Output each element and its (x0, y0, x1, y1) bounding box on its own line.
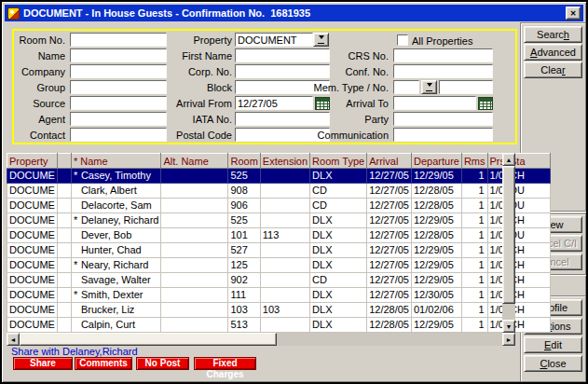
cell-name: Delacorte, Sam (71, 199, 161, 213)
cell-separator (57, 288, 71, 303)
cell-arrival: 12/27/05 (367, 228, 412, 243)
comments-button[interactable]: Comments (75, 357, 132, 370)
cell-room-type: DLX (310, 258, 367, 273)
cell-rms: 1 (461, 213, 487, 228)
cell-name: *Delaney, Richard (71, 213, 161, 228)
guest-row[interactable]: DOCUME Calpin, Curt 513 DLX 12/28/05 12/… (7, 318, 551, 333)
scroll-up-icon: ▲ (506, 157, 513, 163)
party-label: Party (295, 114, 389, 125)
in-house-guests-dialog: DOCUMENT - In House Guests - Confirmatio… (0, 0, 588, 384)
arrival-to-input[interactable] (393, 96, 476, 110)
combo-arrow-icon (427, 83, 432, 89)
conf-no-input[interactable] (393, 64, 493, 78)
cell-arrival: 12/28/05 (367, 318, 412, 333)
cell-arrival: 12/27/05 (367, 213, 412, 228)
col-header-room[interactable]: Room (228, 154, 260, 169)
guest-row[interactable]: DOCUME *Smith, Dexter 111 DLX 12/27/05 1… (7, 288, 551, 303)
cell-alt-name (161, 288, 228, 303)
cell-room: 906 (228, 199, 260, 213)
cell-property: DOCUME (7, 184, 58, 199)
cell-room: 908 (228, 184, 260, 199)
cell-separator (57, 273, 71, 288)
close-icon[interactable]: ✕ (566, 7, 581, 20)
crs-no-input[interactable] (393, 48, 493, 62)
guest-row[interactable]: DOCUME Dever, Bob 101 113 DLX 12/27/05 1… (7, 228, 551, 243)
all-properties-checkbox[interactable] (397, 34, 408, 46)
cell-extension (260, 213, 309, 228)
col-header-property[interactable]: Property (7, 154, 58, 169)
guest-row[interactable]: DOCUME Savage, Walter 902 CD 12/27/05 12… (7, 273, 551, 288)
cell-departure: 12/28/05 (412, 199, 462, 213)
col-header-rms[interactable]: Rms (461, 154, 487, 169)
mem-type-dropdown-button[interactable] (421, 80, 437, 94)
col-header-extension[interactable]: Extension (260, 154, 309, 169)
guest-row[interactable]: DOCUME Hunter, Chad 527 DLX 12/27/05 12/… (7, 243, 551, 258)
guest-name: Clark, Albert (81, 185, 137, 196)
cell-alt-name (161, 228, 228, 243)
guest-name: Calpin, Curt (81, 319, 135, 330)
cell-extension (260, 169, 309, 184)
scroll-up-button[interactable]: ▲ (502, 153, 515, 166)
all-properties-label: All Properties (412, 35, 524, 47)
col-header-alt-name[interactable]: Alt. Name (161, 154, 228, 169)
name-label: Name (11, 50, 65, 62)
cell-rms: 1 (461, 169, 487, 184)
property-label: Property (142, 34, 232, 46)
vertical-scroll-thumb[interactable] (502, 166, 515, 304)
cell-extension (260, 184, 309, 199)
guest-name: Brucker, Liz (81, 304, 134, 315)
guest-name: Hunter, Chad (81, 244, 142, 255)
guest-row[interactable]: DOCUME Brucker, Liz 103 103 DLX 12/28/05… (7, 303, 551, 318)
guest-name: Delacorte, Sam (81, 199, 152, 211)
close-glyph: ✕ (570, 9, 577, 18)
party-input[interactable] (393, 112, 493, 126)
guest-name: Neary, Richard (81, 259, 149, 270)
close-button[interactable]: Close (524, 355, 582, 372)
cell-extension: 113 (260, 228, 309, 243)
app-icon[interactable] (7, 7, 20, 20)
table-header-row: Property * Name Alt. Name Room Extension… (7, 154, 551, 169)
cell-rms: 1 (461, 303, 487, 318)
clear-button[interactable]: Clear (524, 62, 582, 78)
scroll-right-button[interactable]: ► (502, 333, 515, 346)
advanced-button[interactable]: Advanced (524, 44, 582, 61)
arrival-to-calendar-icon[interactable] (478, 97, 493, 110)
col-header-arrival[interactable]: Arrival (367, 154, 412, 169)
guest-row[interactable]: DOCUME Delacorte, Sam 906 CD 12/27/05 12… (7, 199, 551, 213)
guest-row[interactable]: DOCUME *Delaney, Richard 525 DLX 12/27/0… (7, 213, 551, 228)
company-label: Company (11, 66, 65, 77)
fixed-charges-button[interactable]: Fixed Charges (194, 357, 256, 370)
scroll-left-button[interactable]: ◄ (7, 333, 20, 346)
col-header-name[interactable]: * Name (71, 154, 161, 169)
communication-input[interactable] (393, 128, 493, 142)
titlebar[interactable]: DOCUMENT - In House Guests - Confirmatio… (5, 5, 583, 21)
cell-separator (57, 318, 71, 333)
cell-room-type: CD (310, 199, 367, 213)
guest-row[interactable]: DOCUME *Casey, Timothy 525 DLX 12/27/05 … (7, 169, 551, 184)
cell-extension (260, 258, 309, 273)
guest-row[interactable]: DOCUME Clark, Albert 908 CD 12/27/05 12/… (7, 184, 551, 199)
guest-row[interactable]: DOCUME *Neary, Richard 125 DLX 12/27/05 … (7, 258, 551, 273)
horizontal-scroll-thumb[interactable] (20, 333, 277, 346)
guest-name: Casey, Timothy (81, 170, 151, 181)
mem-type-input[interactable] (393, 80, 419, 94)
share-button[interactable]: Share (13, 357, 73, 370)
guest-name: Smith, Dexter (81, 289, 144, 300)
mem-no-input[interactable] (439, 80, 493, 94)
property-input[interactable] (235, 33, 313, 47)
cell-property: DOCUME (7, 273, 58, 288)
cell-alt-name (161, 258, 228, 273)
guest-name: Dever, Bob (81, 229, 131, 240)
table-horizontal-scrollbar[interactable]: ◄ ► (7, 333, 515, 346)
edit-button[interactable]: Edit (524, 336, 582, 353)
cell-rms: 1 (461, 243, 487, 258)
no-post-button[interactable]: No Post (136, 357, 189, 370)
table-vertical-scrollbar[interactable]: ▲ ▼ (502, 153, 515, 333)
col-header-departure[interactable]: Departure (412, 154, 462, 169)
scroll-down-button[interactable]: ▼ (502, 320, 515, 333)
col-header-room-type[interactable]: Room Type (310, 154, 367, 169)
cell-alt-name (161, 169, 228, 184)
search-button[interactable]: Search (524, 26, 582, 43)
property-dropdown-button[interactable] (313, 33, 329, 47)
cell-room: 111 (228, 288, 260, 303)
